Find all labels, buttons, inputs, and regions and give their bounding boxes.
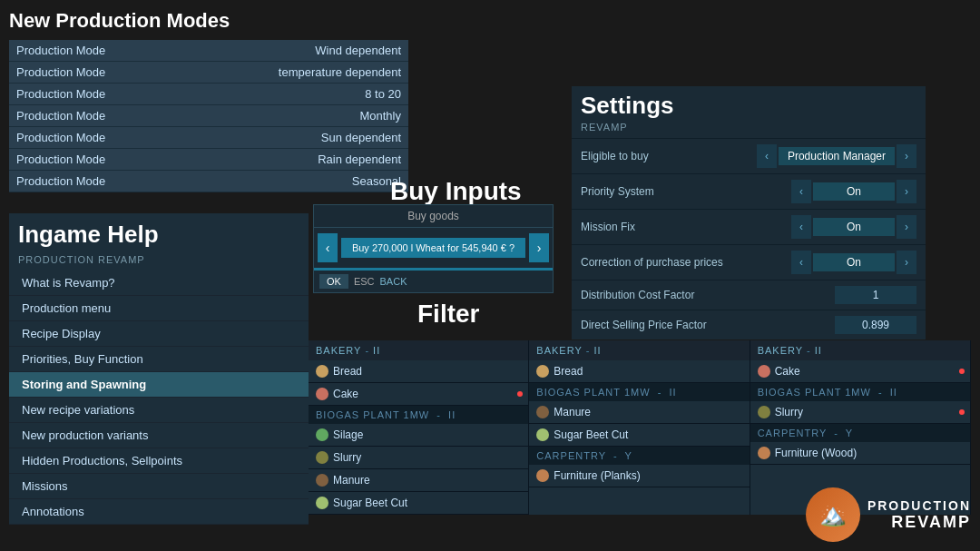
settings-value: On [813, 218, 895, 236]
help-item[interactable]: Priorities, Buy Function [9, 347, 309, 372]
red-dot [517, 391, 523, 397]
production-mode-value: Sun dependent [181, 127, 408, 149]
production-mode-label: Production Mode [9, 171, 181, 192]
settings-prev-btn[interactable]: ‹ [791, 215, 811, 239]
filter-header-name: BAKERY [536, 345, 582, 356]
help-item[interactable]: New recipe variations [9, 398, 309, 423]
filter-item-name: Furniture (Wood) [775, 447, 857, 459]
filter-row[interactable]: Sugar Beet Cut [529, 424, 749, 447]
filter-dot [316, 451, 328, 464]
filter-dot [536, 428, 549, 441]
settings-value: On [813, 182, 895, 201]
production-mode-label: Production Mode [9, 149, 181, 171]
settings-title: Settings [572, 86, 926, 122]
filter-row[interactable]: Manure [309, 469, 528, 492]
settings-control: ‹On› [791, 180, 916, 203]
settings-row: Mission Fix‹On› [572, 209, 926, 244]
production-mode-value: Seasonal [181, 171, 408, 192]
production-mode-row: Production ModeWind dependent [9, 40, 408, 62]
settings-row-label: Priority System [581, 185, 791, 198]
filter-item-name: Slurry [333, 451, 361, 464]
settings-control: ‹On› [791, 215, 916, 239]
production-modes-panel: New Production Modes Production ModeWind… [9, 9, 408, 192]
help-item[interactable]: What is Revamp? [9, 271, 309, 296]
settings-row: Distribution Cost Factor1 [572, 280, 926, 310]
filter-section-divider: CARPENTRY - Y [529, 447, 749, 465]
settings-value: 1 [835, 286, 916, 304]
filter-section-divider: CARPENTRY - Y [750, 424, 970, 442]
help-item[interactable]: Recipe Display [9, 321, 309, 347]
filter-header-name: BAKERY [758, 345, 803, 356]
production-mode-label: Production Mode [9, 127, 181, 149]
production-mode-row: Production ModeSeasonal [9, 171, 408, 192]
filter-item-name: Bread [333, 365, 362, 378]
settings-next-btn[interactable]: › [897, 215, 916, 239]
filter-dot [758, 406, 770, 418]
filter-item-name: Bread [554, 365, 583, 378]
filter-row[interactable]: Bread [529, 360, 749, 383]
settings-row-label: Mission Fix [581, 221, 791, 233]
filter-item-name: Cake [775, 365, 800, 378]
settings-value: Production Manager [779, 147, 895, 165]
production-mode-row: Production Modetemperature dependent [9, 62, 408, 84]
filter-row[interactable]: Silage [309, 424, 528, 447]
buy-prev-button[interactable]: ‹ [318, 233, 338, 262]
filter-dot [536, 365, 549, 378]
production-mode-value: Rain dependent [181, 149, 408, 171]
production-mode-label: Production Mode [9, 40, 181, 62]
red-dot [959, 369, 965, 374]
help-item[interactable]: Hidden Productions, Sellpoints [9, 448, 309, 474]
help-item[interactable]: New production variants [9, 423, 309, 448]
filter-dot [758, 447, 770, 459]
filter-header-level: II [593, 345, 601, 356]
filter-dot [316, 365, 328, 378]
filter-row[interactable]: Manure [529, 401, 749, 424]
buy-goods-row: ‹ Buy 270,000 l Wheat for 545,940 € ? › [314, 228, 553, 268]
settings-next-btn[interactable]: › [897, 251, 916, 274]
filter-dot [758, 365, 770, 378]
logo-icon: 🏔️ [806, 487, 860, 542]
buy-inputs-title: Buy Inputs [390, 177, 522, 206]
settings-next-btn[interactable]: › [897, 144, 916, 168]
ingame-help-title: Ingame Help [9, 213, 309, 252]
help-item[interactable]: Annotations [9, 499, 309, 525]
filter-row[interactable]: Cake [309, 383, 528, 406]
settings-prev-btn[interactable]: ‹ [757, 144, 777, 168]
help-item[interactable]: Missions [9, 474, 309, 499]
settings-row-label: Direct Selling Price Factor [581, 319, 835, 331]
filter-row[interactable]: Sugar Beet Cut [309, 492, 528, 515]
settings-prev-btn[interactable]: ‹ [791, 251, 811, 274]
production-mode-row: Production ModeMonthly [9, 105, 408, 127]
filter-item-name: Manure [554, 406, 591, 418]
settings-value: 0.899 [835, 316, 916, 334]
production-mode-row: Production ModeSun dependent [9, 127, 408, 149]
filter-row[interactable]: Cake [750, 360, 970, 383]
filter-section-divider: BIOGAS PLANT 1MW - II [309, 406, 528, 424]
ingame-help-subtitle: PRODUCTION REVAMP [9, 252, 309, 271]
settings-next-btn[interactable]: › [897, 180, 916, 203]
settings-control: ‹On› [791, 251, 916, 274]
settings-rows-container: Eligible to buy‹Production Manager›Prior… [572, 138, 926, 339]
back-label: BACK [380, 276, 407, 287]
ok-button[interactable]: OK [319, 274, 348, 289]
help-item[interactable]: Storing and Spawning [9, 372, 309, 398]
settings-row-label: Eligible to buy [581, 150, 757, 162]
filter-row[interactable]: Bread [309, 360, 528, 383]
ok-back-row: OK ESC BACK [314, 271, 553, 292]
buy-next-button[interactable]: › [529, 233, 549, 262]
filter-row[interactable]: Slurry [750, 401, 970, 424]
production-modes-table: Production ModeWind dependentProduction … [9, 40, 408, 192]
settings-value: On [813, 253, 895, 271]
settings-control: ‹Production Manager› [757, 144, 916, 168]
filter-item-name: Silage [333, 428, 363, 441]
logo-line2: REVAMP [867, 513, 971, 532]
filter-row[interactable]: Slurry [309, 447, 528, 469]
settings-prev-btn[interactable]: ‹ [791, 180, 811, 203]
help-item[interactable]: Production menu [9, 296, 309, 321]
filter-row[interactable]: Furniture (Wood) [750, 442, 970, 465]
production-mode-value: temperature dependent [181, 62, 408, 84]
buy-goods-header: Buy goods [314, 205, 553, 228]
filter-row[interactable]: Furniture (Planks) [529, 465, 749, 487]
red-dot [959, 409, 965, 415]
settings-row: Correction of purchase prices‹On› [572, 244, 926, 280]
